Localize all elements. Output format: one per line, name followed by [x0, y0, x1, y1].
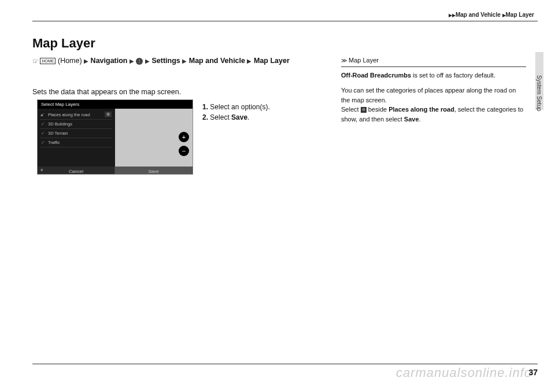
menu-dots-icon: ⋮ [136, 58, 143, 65]
zoom-in-icon: + [179, 132, 189, 142]
check-icon: ✓ [41, 140, 45, 145]
triangle-icon: ▶ [84, 58, 88, 64]
footer-rule [32, 364, 538, 364]
watermark-text: carmanualsonline.info [396, 365, 532, 380]
side-section-label: System Setup [536, 75, 542, 111]
info-header: ≫Map Layer [341, 56, 526, 67]
option-row: ✓Traffic [40, 138, 113, 147]
info-sidebar: ≫Map Layer Off-Road Breadcrumbs is set t… [341, 56, 526, 130]
triangle-icon: ▶ [145, 58, 150, 64]
header-rule [32, 21, 538, 21]
triangle-icon: ▶ [247, 58, 251, 64]
step-2: 2. Select Save. [202, 112, 270, 123]
screenshot-title: Select Map Layers [38, 100, 193, 109]
gear-icon: ⚙ [105, 112, 112, 117]
page-number: 37 [528, 368, 538, 377]
description-text: Sets the data that appears on the map sc… [32, 88, 181, 96]
instruction-steps: 1. Select an option(s). 2. Select Save. [202, 102, 270, 123]
option-row: ✓Places along the road⚙ [40, 110, 113, 120]
screenshot-select-map-layers: Select Map Layers ▴ ✓Places along the ro… [37, 99, 193, 175]
page-title: Map Layer [32, 36, 95, 51]
navigation-path: ☞ HOME (Home) ▶ Navigation ▶ ⋮ ▶ Setting… [32, 56, 327, 66]
step-1: 1. Select an option(s). [202, 102, 270, 112]
info-paragraph: Off-Road Breadcrumbs is set to off as fa… [341, 71, 526, 80]
info-paragraph: You can set the categories of places app… [341, 86, 526, 124]
save-button: Save [115, 167, 193, 175]
zoom-out-icon: − [179, 146, 189, 156]
scroll-down-icon: ▾ [39, 167, 45, 173]
breadcrumb: ▶▶Map and Vehicle ▶Map Layer [449, 12, 534, 18]
triangle-icon: ▶ [182, 58, 187, 64]
option-row: ✓3D Terrain [40, 129, 113, 138]
option-row: ✓3D Buildings [40, 120, 113, 129]
cancel-button: Cancel [38, 167, 115, 175]
check-icon: ✓ [41, 131, 45, 136]
triangle-icon: ▶ [130, 58, 134, 64]
scroll-up-icon: ▴ [39, 112, 45, 117]
link-icon: ≫ [341, 57, 347, 64]
pointer-icon: ☞ [32, 56, 38, 66]
home-icon: HOME [40, 58, 56, 64]
screenshot-map-preview: + − [115, 109, 193, 167]
gear-icon: ⚙ [361, 107, 367, 113]
check-icon: ✓ [41, 121, 45, 127]
